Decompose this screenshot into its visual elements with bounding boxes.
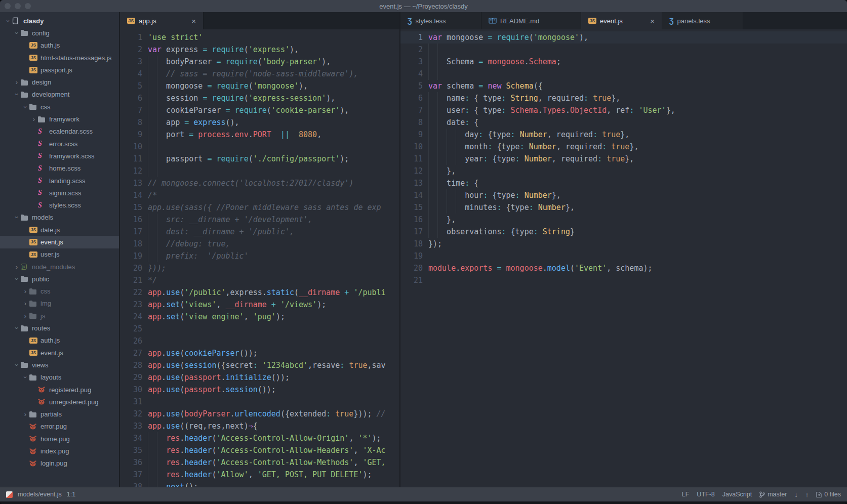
code-line[interactable]: 8 date: {: [400, 116, 847, 129]
tree-item-event-js[interactable]: JSevent.js: [0, 236, 119, 248]
tree-item-home-scss[interactable]: Shome.scss: [0, 162, 119, 175]
status-language[interactable]: JavaScript: [722, 491, 752, 498]
editor-event-js[interactable]: 1var mongoose = require('mongoose'),23 S…: [400, 29, 847, 487]
chevron-down-icon[interactable]: ›: [5, 17, 12, 25]
code-line[interactable]: 25: [120, 323, 399, 335]
code-line[interactable]: 22app.use('/public',express.static(__dir…: [120, 286, 399, 299]
code-line[interactable]: 20module.exports = mongoose.model('Event…: [400, 262, 847, 274]
code-line[interactable]: 19: [400, 250, 847, 262]
code-line[interactable]: 26: [120, 335, 399, 347]
code-line[interactable]: 31: [120, 396, 399, 408]
tree-item-framywork-scss[interactable]: Sframywork.scss: [0, 150, 119, 162]
tree-item-clasdy[interactable]: ›clasdy: [0, 15, 119, 27]
code-line[interactable]: 18 //debug: true,: [120, 238, 399, 250]
tree-item-img[interactable]: ›img: [0, 298, 119, 310]
code-line[interactable]: 10: [120, 141, 399, 153]
code-line[interactable]: 4 // sass = require('node-sass-middlewar…: [120, 68, 399, 80]
code-line[interactable]: 16 },: [400, 214, 847, 226]
tree-item-design[interactable]: ›design: [0, 76, 119, 88]
code-line[interactable]: 13 time: {: [400, 177, 847, 189]
code-line[interactable]: 10 month: {type: Number, required: true}…: [400, 141, 847, 153]
git-changed-files[interactable]: 0 files: [816, 491, 841, 498]
tree-item-ecalendar-scss[interactable]: Secalendar.scss: [0, 125, 119, 138]
tree-item-date-js[interactable]: JSdate.js: [0, 224, 119, 236]
tree-item-config[interactable]: ›config: [0, 27, 119, 39]
code-line[interactable]: 34 res.header('Access-Control-Allow-Orig…: [120, 432, 399, 444]
code-line[interactable]: 35 res.header('Access-Control-Allow-Head…: [120, 444, 399, 456]
code-line[interactable]: 12 },: [400, 165, 847, 177]
tab-styles-less[interactable]: Ʒstyles.less: [400, 12, 481, 29]
tree-item-partials[interactable]: ›partials: [0, 408, 119, 421]
tree-item-layouts[interactable]: ›layouts: [0, 371, 119, 384]
code-line[interactable]: 15 minutes: {type: Number},: [400, 201, 847, 214]
tree-item-html-status-messages-js[interactable]: JShtml-status-messages.js: [0, 52, 119, 64]
code-line[interactable]: 11 passport = require('./config/passport…: [120, 153, 399, 165]
tree-item-css[interactable]: ›css: [0, 285, 119, 298]
tree-item-unregistered-pug[interactable]: unregistered.pug: [0, 396, 119, 408]
tree-item-models[interactable]: ›models: [0, 212, 119, 224]
code-line[interactable]: 28app.use(session({secret: '1234abcd',re…: [120, 359, 399, 371]
tree-item-development[interactable]: ›development: [0, 89, 119, 101]
chevron-right-icon[interactable]: ›: [21, 313, 29, 319]
code-line[interactable]: 16 src: __dirname + '/development',: [120, 214, 399, 226]
tree-item-public[interactable]: ›public: [0, 273, 119, 285]
git-branch[interactable]: master: [759, 491, 787, 498]
code-line[interactable]: 1var mongoose = require('mongoose'),: [400, 31, 847, 44]
code-line[interactable]: 17 observations: {type: String}: [400, 226, 847, 238]
code-line[interactable]: 21: [400, 274, 847, 286]
tab-readme-md[interactable]: README.md: [481, 12, 581, 29]
chevron-down-icon[interactable]: ›: [14, 275, 20, 283]
code-line[interactable]: 9 day: {type: Number, required: true},: [400, 129, 847, 141]
chevron-down-icon[interactable]: ›: [14, 29, 20, 37]
git-status-icon[interactable]: [6, 491, 13, 498]
chevron-right-icon[interactable]: ›: [30, 116, 38, 122]
close-tab-icon[interactable]: ×: [650, 17, 655, 25]
chevron-down-icon[interactable]: ›: [14, 214, 20, 222]
code-line[interactable]: 1'use strict': [120, 31, 399, 44]
chevron-right-icon[interactable]: ›: [13, 79, 21, 86]
tree-item-login-pug[interactable]: login.pug: [0, 457, 119, 470]
code-line[interactable]: 36 res.header('Access-Control-Allow-Meth…: [120, 456, 399, 469]
tree-item-passport-js[interactable]: JSpassport.js: [0, 64, 119, 76]
code-line[interactable]: 2var express = require('express'),: [120, 44, 399, 56]
tree-item-routes[interactable]: ›routes: [0, 322, 119, 334]
chevron-right-icon[interactable]: ›: [13, 264, 21, 270]
tree-item-index-pug[interactable]: index.pug: [0, 445, 119, 457]
tab-app-js[interactable]: JSapp.js×: [120, 12, 204, 29]
code-line[interactable]: 3 bodyParser = require('body-parser'),: [120, 56, 399, 68]
chevron-down-icon[interactable]: ›: [14, 324, 20, 332]
code-line[interactable]: 29app.use(passport.initialize());: [120, 371, 399, 384]
code-line[interactable]: 30app.use(passport.session());: [120, 384, 399, 396]
tree-item-css[interactable]: ›css: [0, 101, 119, 113]
code-line[interactable]: 21*/: [120, 274, 399, 286]
chevron-down-icon[interactable]: ›: [22, 103, 29, 111]
tree-item-views[interactable]: ›views: [0, 359, 119, 371]
tree-item-node-modules[interactable]: ›jsnode_modules: [0, 261, 119, 273]
git-push-icon[interactable]: ↑: [805, 491, 809, 498]
tree-item-signin-scss[interactable]: Ssignin.scss: [0, 187, 119, 199]
code-line[interactable]: 24app.set('view engine', 'pug');: [120, 311, 399, 323]
titlebar[interactable]: event.js — ~/Proyectos/clasdy: [0, 0, 847, 12]
code-line[interactable]: 8 app = express(),: [120, 116, 399, 129]
status-cursor-position[interactable]: 1:1: [67, 491, 75, 498]
tab-event-js[interactable]: JSevent.js×: [581, 12, 662, 29]
code-line[interactable]: 4: [400, 68, 847, 80]
editor-app-js[interactable]: 1'use strict'2var express = require('exp…: [120, 29, 399, 487]
git-pull-icon[interactable]: ↓: [794, 491, 798, 498]
code-line[interactable]: 14 hour: {type: Number},: [400, 189, 847, 201]
chevron-down-icon[interactable]: ›: [14, 361, 20, 369]
code-line[interactable]: 12: [120, 165, 399, 177]
chevron-right-icon[interactable]: ›: [21, 411, 29, 417]
code-line[interactable]: 20}));: [120, 262, 399, 274]
code-line[interactable]: 6 name: { type: String, required: true},: [400, 92, 847, 104]
chevron-down-icon[interactable]: ›: [22, 373, 29, 382]
code-line[interactable]: 14/*: [120, 189, 399, 201]
tree-item-framywork[interactable]: ›framywork: [0, 113, 119, 125]
code-line[interactable]: 32app.use(bodyParser.urlencoded({extende…: [120, 408, 399, 420]
tree-item-error-scss[interactable]: Serror.scss: [0, 138, 119, 150]
code-line[interactable]: 19 prefix: '/public': [120, 250, 399, 262]
code-line[interactable]: 9 port = process.env.PORT || 8080,: [120, 129, 399, 141]
code-line[interactable]: 23app.set('views', __dirname + '/views')…: [120, 299, 399, 311]
code-line[interactable]: 18});: [400, 238, 847, 250]
tree-item-landing-scss[interactable]: Slanding.scss: [0, 175, 119, 187]
